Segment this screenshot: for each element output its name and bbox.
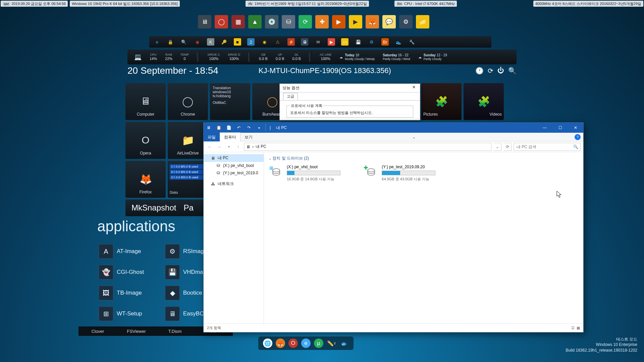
search-icon[interactable]: 🔍 xyxy=(180,38,187,46)
app-at-image[interactable]: AAT-Image xyxy=(99,243,162,260)
disc-icon[interactable]: 💿 xyxy=(265,15,278,28)
firefox-icon[interactable]: 🦊 xyxy=(366,15,379,28)
minimize-button[interactable]: ― xyxy=(537,123,552,133)
app-icon[interactable]: ✚ xyxy=(315,15,329,28)
menu-view[interactable]: 보기 xyxy=(240,133,257,141)
power-icon[interactable]: ⏻ xyxy=(497,67,504,75)
k-icon[interactable]: K xyxy=(207,38,214,46)
lock-icon[interactable]: 🔒 xyxy=(167,38,174,46)
refresh-icon[interactable]: ⟳ xyxy=(503,143,512,151)
qat-redo-icon[interactable]: ↷ xyxy=(245,124,253,131)
tile-chrome[interactable]: ◯Chrome xyxy=(168,83,208,120)
explorer-titlebar[interactable]: 🖥 📋 📄 ↶ ↷ ▾ | 내 PC ― ☐ ✕ xyxy=(204,123,583,133)
firefox-icon[interactable]: 🦊 xyxy=(276,339,285,348)
qat-dropdown-icon[interactable]: ▾ xyxy=(255,124,263,131)
app-cgi-ghost[interactable]: 👻CGI-Ghost xyxy=(99,263,162,281)
gear-icon[interactable]: ⚙ xyxy=(399,15,413,28)
kakao-icon[interactable]: 💬 xyxy=(382,15,396,28)
fish-icon[interactable]: 🐟 xyxy=(339,339,349,348)
br-icon[interactable]: Br xyxy=(381,38,389,46)
utorrent-icon[interactable]: µ xyxy=(314,339,323,348)
refresh-icon[interactable]: ⟳ xyxy=(299,15,312,28)
grid-icon[interactable]: ▦ xyxy=(231,15,245,28)
tree-drive-y[interactable]: ⛁(Y:) pe_test_2019.0 xyxy=(204,169,264,177)
app-tb-image[interactable]: 🖼TB-Image xyxy=(99,284,162,302)
group-header[interactable]: ⌄ 장치 및 드라이브 (2) xyxy=(269,156,579,161)
monitor-icon[interactable]: 🖥 xyxy=(198,15,211,28)
details-view-icon[interactable]: ☰ xyxy=(571,326,575,330)
restart-icon[interactable]: ⟳ xyxy=(488,67,493,75)
menu-computer[interactable]: 컴퓨터 xyxy=(220,132,240,142)
bolt-icon[interactable]: ⚡ xyxy=(287,38,295,46)
chrome-icon[interactable]: 🌐 xyxy=(263,339,272,348)
tile-pictures[interactable]: 🧩Pictures xyxy=(421,83,462,120)
tab-advanced[interactable]: 고급 xyxy=(283,93,298,100)
tile-computer[interactable]: 🖥Computer xyxy=(125,83,166,120)
ie-icon[interactable]: e xyxy=(301,339,311,348)
bt-tdism[interactable]: T.Dism xyxy=(156,329,194,334)
maximize-button[interactable]: ☐ xyxy=(552,123,568,133)
tile-airlive[interactable]: 📁AirLiveDrive xyxy=(168,122,208,159)
breadcrumb[interactable]: 🖥 › 내 PC xyxy=(244,143,491,151)
mksnapshot-label[interactable]: MkSnapshot xyxy=(131,203,176,213)
tree-this-pc[interactable]: 🖥내 PC xyxy=(204,154,264,162)
two-icon[interactable]: 2 xyxy=(247,38,255,46)
gear-icon[interactable]: ⚙ xyxy=(368,38,375,46)
tile-videos[interactable]: 🧩Videos xyxy=(464,83,504,120)
mail-icon[interactable]: ✉ xyxy=(314,38,322,46)
search-icon[interactable]: 🔍 xyxy=(573,144,578,149)
search-icon[interactable]: 🔍 xyxy=(508,67,517,75)
opera-icon[interactable]: O xyxy=(288,339,298,348)
tile-translation[interactable]: Translationwindows10tv.hobbangOldMaC xyxy=(210,83,250,120)
partition-label[interactable]: Pa xyxy=(183,203,193,213)
nav-forward-icon[interactable]: → xyxy=(216,143,223,150)
dialog-titlebar[interactable]: 성능 옵션 ✕ xyxy=(280,84,420,93)
disc-icon[interactable]: ◉ xyxy=(261,38,268,46)
nav-up-icon[interactable]: ↑ xyxy=(234,143,242,150)
breadcrumb-root[interactable]: 내 PC xyxy=(256,144,266,149)
key-icon[interactable]: 🔑 xyxy=(220,38,228,46)
cone-icon[interactable]: ▲ xyxy=(248,15,262,28)
ie-icon[interactable]: e xyxy=(153,38,161,46)
bt-clover[interactable]: Clover xyxy=(78,329,117,334)
save-icon[interactable]: 💾 xyxy=(355,38,362,46)
player-icon[interactable]: ▶ xyxy=(349,15,362,28)
bt-fsviewer[interactable]: FSViewer xyxy=(117,329,156,334)
monitor-icon[interactable]: 🖥 xyxy=(301,38,308,46)
tile-disks[interactable]: C:\ 0.0 B/0.0 B used D:\ 0.0 B/0.0 B use… xyxy=(168,161,208,198)
search-box[interactable]: 🔍 xyxy=(514,143,581,151)
ribbon-expand-icon[interactable]: ⌄ xyxy=(412,135,416,139)
tools-icon[interactable]: 🔧 xyxy=(408,38,416,46)
tree-network[interactable]: 🖧네트워크 xyxy=(204,180,264,188)
tile-firefox[interactable]: 🦊Firefox xyxy=(125,161,166,198)
app-icon[interactable]: ◉ xyxy=(194,38,201,46)
close-button[interactable]: ✕ xyxy=(568,123,583,133)
help-icon[interactable]: ? xyxy=(575,134,581,140)
tree-drive-x[interactable]: ⛁(X:) pe_vhd_boot xyxy=(204,162,264,169)
close-icon[interactable]: ✕ xyxy=(411,85,417,92)
app-icon[interactable]: ◯ xyxy=(215,15,228,28)
nav-back-icon[interactable]: ← xyxy=(206,143,214,150)
qat-properties2-icon[interactable]: 📄 xyxy=(225,124,232,131)
app-icon[interactable]: ▭ xyxy=(341,38,348,46)
pencil-icon[interactable]: ✏️2 xyxy=(327,339,336,348)
folder-icon[interactable]: 📁 xyxy=(416,15,429,28)
tile-opera[interactable]: OOpera xyxy=(125,122,166,159)
gom-icon[interactable]: ▶ xyxy=(332,15,345,28)
qat-properties-icon[interactable]: 📋 xyxy=(215,124,222,131)
shoe-icon[interactable]: 👟 xyxy=(395,38,402,46)
clock-icon[interactable]: 🕐 xyxy=(475,67,484,75)
qat-undo-icon[interactable]: ↶ xyxy=(235,124,243,131)
warning-icon[interactable]: ⚠ xyxy=(274,38,281,46)
play-icon[interactable]: ▶ xyxy=(328,38,335,46)
drive-icon[interactable]: ⛁ xyxy=(282,15,295,28)
drive-y[interactable]: ⛁✚ (Y:) pe_test_2019.09.20 64.9GB 중 43.0… xyxy=(364,165,451,182)
drive-x[interactable]: ⛁⊞ (X:) pe_vhd_boot 16.9GB 중 14.6GB 사용 가… xyxy=(269,165,356,182)
icons-view-icon[interactable]: ▦ xyxy=(577,326,580,330)
app-icon[interactable]: ■ xyxy=(234,38,241,46)
menu-file[interactable]: 파일 xyxy=(204,133,220,141)
nav-history-icon[interactable]: ▾ xyxy=(225,143,232,150)
address-dropdown-icon[interactable]: ⌄ xyxy=(493,143,501,151)
explorer-content[interactable]: ⌄ 장치 및 드라이브 (2) ⛁⊞ (X:) pe_vhd_boot 16.9… xyxy=(264,152,583,323)
app-wt-setup[interactable]: ⊞WT-Setup xyxy=(99,305,162,322)
